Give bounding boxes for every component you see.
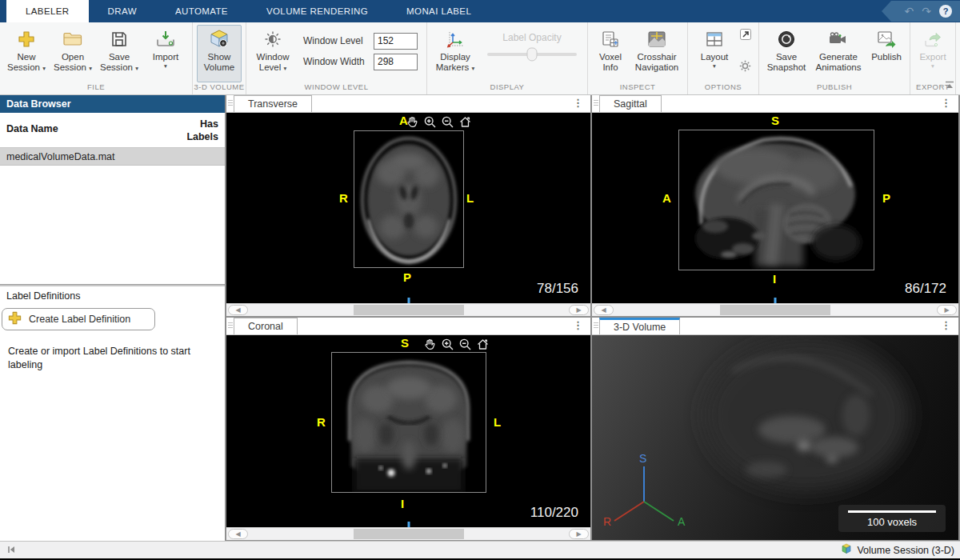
label-opacity-control: Label Opacity [481,25,583,82]
scroll-left-button[interactable]: ◀ [228,305,248,315]
slice-position-tick [774,298,777,303]
save-snapshot-button[interactable]: Save Snapshot [763,25,810,82]
save-session-button[interactable]: Save Session ▾ [97,25,142,82]
voxel-info-button[interactable]: Voxel Info [592,25,629,82]
volume-3d-tab[interactable]: 3-D Volume [599,318,680,334]
export-icon [923,27,942,51]
transverse-panel: Transverse ⋮ A [226,95,590,316]
slice-scrollbar[interactable]: ◀ ▶ [592,303,958,316]
gear-icon[interactable] [738,59,752,76]
sagittal-slice-image [678,130,874,270]
coronal-tab[interactable]: Coronal [234,318,298,334]
sagittal-viewport[interactable]: S [592,113,958,303]
toolstrip-tabbar: LABELER DRAW AUTOMATE VOLUME RENDERING M… [0,0,960,22]
volume-3d-panel: 3-D Volume ⋮ [592,318,958,540]
tab-labeler[interactable]: LABELER [6,0,89,22]
zoom-out-icon[interactable] [441,115,454,132]
volume-3d-viewport[interactable]: S R A 100 voxels [592,335,958,540]
scrollbar-thumb[interactable] [720,305,830,315]
open-session-button[interactable]: Open Session ▾ [50,25,95,82]
transverse-slice-image [354,130,464,268]
group-label-display: DISPLAY [427,82,587,94]
panel-menu-icon[interactable]: ⋮ [573,319,583,331]
tab-draw[interactable]: DRAW [89,0,156,22]
scrollbar-thumb[interactable] [354,305,464,315]
window-level-input[interactable] [374,33,418,50]
drag-grip-icon[interactable] [228,322,233,328]
ribbon: New Session ▾ Open Session ▾ Save Sessio… [0,22,960,95]
scroll-right-button[interactable]: ▶ [569,305,589,315]
new-session-button[interactable]: New Session ▾ [4,25,49,82]
data-row-selected[interactable]: medicalVolumeData.mat [0,148,225,166]
import-button[interactable]: Import ▾ [143,25,188,82]
slice-scrollbar[interactable]: ◀ ▶ [226,527,590,540]
help-icon[interactable]: ? [939,5,952,18]
group-label-inspect: INSPECT [588,82,687,94]
group-label-publish: PUBLISH [759,82,910,94]
collapse-ribbon-icon[interactable] [945,78,954,92]
ribbon-group-options: Layout ▾ OPTIONS [688,22,759,94]
create-label-definition-button[interactable]: Create Label Definition [2,308,155,330]
sagittal-tab[interactable]: Sagittal [599,95,662,112]
scrollbar-thumb[interactable] [354,529,464,539]
transverse-viewport[interactable]: A [226,113,590,303]
window-width-input[interactable] [374,54,418,70]
display-markers-button[interactable]: Display Markers ▾ [431,25,479,82]
viewport-toolbar [406,115,472,132]
publish-button[interactable]: Publish [867,25,906,82]
slice-counter: 110/220 [530,505,578,521]
column-data-name: Data Name [6,118,58,134]
slice-position-tick [407,522,410,527]
ribbon-group-publish: Save Snapshot Generate Animations Publis… [759,22,910,94]
drag-grip-icon[interactable] [594,322,598,328]
orientation-label-inferior: I [401,497,404,510]
scroll-left-button[interactable]: ◀ [228,529,248,539]
crosshair-icon [646,27,667,51]
redo-icon[interactable]: ↷ [922,6,931,17]
orientation-label-right: R [317,415,326,429]
undo-icon[interactable]: ↶ [905,6,914,17]
data-browser-column-headers: Data Name Has Labels [0,113,225,148]
generate-animations-button[interactable]: Generate Animations [811,25,866,82]
chevron-down-icon: ▾ [42,65,46,72]
crosshair-navigation-button[interactable]: Crosshair Navigation [630,25,683,82]
drag-grip-icon[interactable] [228,100,233,106]
scroll-right-button[interactable]: ▶ [937,305,957,315]
zoom-in-icon[interactable] [423,115,437,132]
ribbon-group-window-level: Window Level ▾ Window Level Window Width… [246,22,427,94]
panel-menu-icon[interactable]: ⋮ [941,319,951,331]
scroll-right-button[interactable]: ▶ [569,529,589,539]
export-button[interactable]: Export ▾ [914,25,951,82]
sagittal-panel: Sagittal ⋮ S [592,95,958,316]
popout-icon[interactable] [739,28,752,44]
layout-button[interactable]: Layout ▾ [692,25,737,82]
tab-monai-label[interactable]: MONAI LABEL [387,0,490,22]
tab-volume-rendering[interactable]: VOLUME RENDERING [247,0,387,22]
chevron-down-icon: ▾ [164,63,167,70]
label-opacity-slider[interactable] [487,53,577,56]
orientation-label-left: L [494,415,501,429]
slice-scrollbar[interactable]: ◀ ▶ [226,303,590,316]
viewport-grid: Transverse ⋮ A [226,95,960,541]
ribbon-group-inspect: Voxel Info Crosshair Navigation INSPECT [588,22,688,94]
group-label-window-level: WINDOW LEVEL [246,82,426,94]
orientation-label-posterior: P [403,270,411,284]
drag-grip-icon[interactable] [594,100,598,106]
collapse-panel-icon[interactable] [6,543,16,558]
axis-label-right: R [603,515,611,528]
show-volume-toggle[interactable]: Show Volume [197,25,242,82]
axes-markers-icon [445,27,466,51]
tab-automate[interactable]: AUTOMATE [156,0,247,22]
group-label-file: FILE [0,82,192,94]
slice-position-tick [407,298,410,303]
transverse-tab[interactable]: Transverse [234,95,312,112]
panel-menu-icon[interactable]: ⋮ [573,97,583,109]
scroll-left-button[interactable]: ◀ [594,305,614,315]
slider-thumb[interactable] [527,48,538,62]
panel-menu-icon[interactable]: ⋮ [941,97,951,109]
window-level-button[interactable]: Window Level ▾ [250,25,295,82]
window-width-label: Window Width [303,56,369,67]
pan-hand-icon[interactable] [406,115,419,132]
coronal-viewport[interactable]: S [226,335,590,527]
home-icon[interactable] [458,115,472,132]
